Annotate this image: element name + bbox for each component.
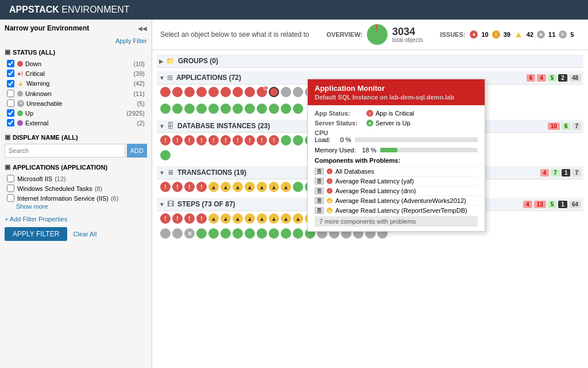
db-dot[interactable] — [281, 135, 291, 145]
step-dot[interactable] — [293, 228, 303, 239]
db-dot[interactable]: ! — [172, 135, 183, 145]
popup-problem-4[interactable]: 🗄 ▲ Average Read Latency (AdventureWorks… — [315, 195, 478, 205]
popup-problem-3[interactable]: 🗄 ! Average Read Latency (dnn) — [315, 186, 478, 195]
add-button[interactable]: ADD — [127, 144, 147, 158]
app-dot[interactable] — [281, 103, 291, 114]
filter-checkbox-unreachable[interactable] — [7, 99, 14, 107]
db-dot[interactable] — [293, 135, 303, 145]
db-dot[interactable]: ! — [257, 135, 267, 145]
step-dot[interactable]: ! — [184, 213, 195, 224]
trans-dot[interactable]: ! — [172, 182, 183, 192]
db-dot[interactable]: ! — [233, 135, 243, 145]
db-dot[interactable]: ! — [208, 135, 219, 145]
app-dot[interactable] — [196, 87, 207, 97]
applications-filter-header[interactable]: ▣ APPLICATIONS (APPLICATION) — [5, 163, 147, 171]
add-filter-link[interactable]: + Add Filter Properties — [5, 216, 147, 223]
app-dot[interactable]: ! — [257, 87, 267, 97]
apply-filter-button[interactable]: APPLY FILTER — [5, 227, 67, 241]
trans-dot[interactable]: ! — [184, 182, 195, 192]
trans-dot[interactable]: ▲ — [220, 182, 231, 192]
app-dot[interactable] — [160, 103, 171, 114]
app-dot[interactable] — [208, 103, 219, 114]
app-dot[interactable] — [257, 103, 267, 114]
status-section-header[interactable]: ▣ STATUS (ALL) — [5, 48, 147, 56]
step-dot[interactable] — [160, 228, 171, 239]
trans-dot[interactable]: ▲ — [233, 182, 243, 192]
step-dot[interactable]: ▲ — [269, 213, 279, 224]
step-dot[interactable] — [245, 228, 255, 239]
db-dot[interactable]: ! — [220, 135, 231, 145]
step-dot[interactable] — [172, 228, 183, 239]
popup-problem-2[interactable]: 🗄 ! Average Read Latency (yaf) — [315, 176, 478, 186]
step-dot[interactable] — [196, 228, 207, 239]
filter-checkbox-down[interactable] — [7, 60, 14, 67]
popup-problem-5[interactable]: 🗄 ▲ Average Read Latency (ReportServerTe… — [315, 205, 478, 215]
search-input[interactable] — [5, 144, 125, 158]
trans-dot[interactable]: ▲ — [208, 182, 219, 192]
app-dot[interactable] — [184, 103, 195, 114]
step-dot[interactable] — [281, 228, 291, 239]
app-dot[interactable] — [172, 87, 183, 97]
app-dot[interactable] — [184, 87, 195, 97]
step-dot[interactable] — [208, 228, 219, 239]
app-dot[interactable] — [196, 103, 207, 114]
db-dot[interactable] — [160, 150, 171, 160]
db-dot[interactable]: ! — [184, 135, 195, 145]
step-dot[interactable]: ! — [160, 213, 171, 224]
apply-filter-top-link[interactable]: Apply Filter — [115, 37, 147, 44]
app-dot[interactable] — [220, 103, 231, 114]
app-dot[interactable] — [233, 103, 243, 114]
app-dot[interactable] — [160, 87, 171, 97]
trans-dot[interactable]: ▲ — [269, 182, 279, 192]
step-dot[interactable] — [233, 228, 243, 239]
display-name-header[interactable]: ▣ DISPLAY NAME (ALL) — [5, 133, 147, 141]
app-dot[interactable] — [172, 103, 183, 114]
step-dot[interactable]: ▲ — [281, 213, 291, 224]
show-more-link[interactable]: Show more — [5, 203, 147, 210]
app-checkbox-wst[interactable] — [7, 185, 14, 192]
popup-problem-1[interactable]: 🗄 ! All Databases — [315, 166, 478, 176]
trans-dot[interactable]: ! — [160, 182, 171, 192]
app-dot[interactable] — [245, 103, 255, 114]
trans-dot[interactable] — [293, 182, 303, 192]
step-dot[interactable]: ! — [172, 213, 183, 224]
step-dot[interactable]: ▲ — [220, 213, 231, 224]
trans-dot[interactable]: ▲ — [281, 182, 291, 192]
clear-all-link[interactable]: Clear All — [73, 231, 96, 237]
step-dot[interactable]: ▲ — [233, 213, 243, 224]
more-components-button[interactable]: 7 more components with problems — [315, 216, 478, 227]
db-dot[interactable]: ! — [196, 135, 207, 145]
step-dot[interactable] — [269, 228, 279, 239]
db-dot[interactable]: ! — [245, 135, 255, 145]
app-dot[interactable] — [281, 87, 291, 97]
step-dot[interactable] — [257, 228, 267, 239]
filter-checkbox-up[interactable] — [7, 109, 14, 117]
filter-checkbox-warning[interactable] — [7, 80, 14, 87]
step-dot[interactable]: ▲ — [257, 213, 267, 224]
sidebar-collapse-icon[interactable]: ◀◀ — [138, 25, 147, 32]
app-dot[interactable] — [208, 87, 219, 97]
app-dot[interactable] — [220, 87, 231, 97]
step-dot[interactable] — [220, 228, 231, 239]
app-dot[interactable] — [233, 87, 243, 97]
step-dot[interactable]: ▲ — [245, 213, 255, 224]
app-checkbox-iis2[interactable] — [7, 194, 14, 202]
app-dot[interactable] — [269, 103, 279, 114]
filter-checkbox-unknown[interactable] — [7, 90, 14, 97]
trans-dot[interactable]: ! — [196, 182, 207, 192]
app-dot-selected[interactable] — [269, 87, 279, 99]
groups-section-header[interactable]: ▶ 📁 GROUPS (0) — [157, 55, 583, 68]
trans-dot[interactable]: ▲ — [257, 182, 267, 192]
trans-dot[interactable]: ▲ — [245, 182, 255, 192]
filter-checkbox-critical[interactable] — [7, 70, 14, 77]
app-dot[interactable] — [293, 103, 303, 114]
step-dot[interactable]: ! — [196, 213, 207, 224]
app-checkbox-iis[interactable] — [7, 175, 14, 182]
db-dot[interactable]: ! — [269, 135, 279, 145]
db-dot[interactable]: ! — [160, 135, 171, 145]
step-dot[interactable]: ▲ — [208, 213, 219, 224]
step-dot[interactable]: ▲ — [293, 213, 303, 224]
step-dot[interactable]: ✕ — [184, 228, 195, 239]
filter-checkbox-external[interactable] — [7, 119, 14, 126]
app-dot[interactable] — [293, 87, 303, 97]
